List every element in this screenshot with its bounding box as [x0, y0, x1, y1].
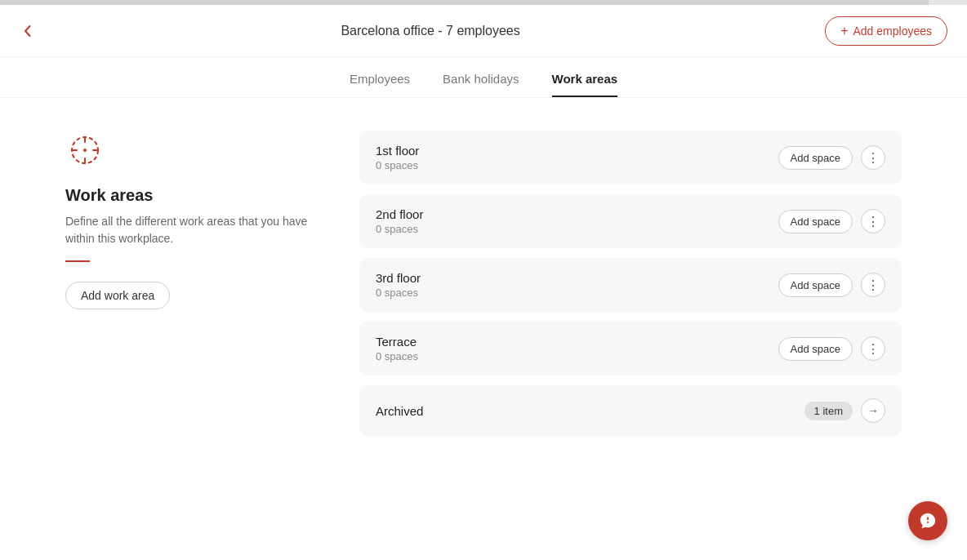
archived-arrow-button[interactable]: →	[861, 398, 885, 423]
right-panel: 1st floor 0 spaces Add space ⋮ 2nd floor…	[359, 131, 902, 527]
chat-support-button[interactable]	[908, 501, 947, 540]
archived-actions: 1 item →	[804, 398, 885, 423]
work-areas-title: Work areas	[65, 186, 310, 205]
area-name-1st-floor: 1st floor	[376, 144, 419, 158]
tab-bank-holidays[interactable]: Bank holidays	[443, 72, 519, 97]
area-name-2nd-floor: 2nd floor	[376, 207, 423, 221]
add-space-button-1st-floor[interactable]: Add space	[778, 146, 853, 170]
work-area-actions-2nd-floor: Add space ⋮	[778, 209, 885, 233]
more-icon-2nd-floor: ⋮	[867, 214, 880, 229]
area-spaces-1st-floor: 0 spaces	[376, 159, 419, 171]
header-title: Barcelona office - 7 employees	[341, 24, 519, 38]
header: Barcelona office - 7 employees + Add emp…	[0, 5, 967, 57]
add-space-button-terrace[interactable]: Add space	[778, 337, 853, 361]
tab-employees[interactable]: Employees	[350, 72, 410, 97]
more-options-button-terrace[interactable]: ⋮	[861, 336, 885, 361]
area-spaces-3rd-floor: 0 spaces	[376, 287, 421, 299]
area-name-3rd-floor: 3rd floor	[376, 271, 421, 285]
work-area-info-2nd-floor: 2nd floor 0 spaces	[376, 207, 423, 235]
add-space-button-2nd-floor[interactable]: Add space	[778, 210, 853, 233]
work-areas-icon	[65, 131, 310, 173]
add-employees-plus-icon: +	[840, 24, 848, 38]
work-area-actions-terrace: Add space ⋮	[778, 336, 885, 361]
more-icon-3rd-floor: ⋮	[867, 278, 880, 293]
tabs-bar: Employees Bank holidays Work areas	[0, 57, 967, 98]
work-area-card-3rd-floor: 3rd floor 0 spaces Add space ⋮	[359, 258, 902, 312]
left-panel: Work areas Define all the different work…	[65, 131, 310, 527]
work-area-card-terrace: Terrace 0 spaces Add space ⋮	[359, 322, 902, 376]
area-name-terrace: Terrace	[376, 335, 418, 349]
work-area-card-2nd-floor: 2nd floor 0 spaces Add space ⋮	[359, 194, 902, 248]
more-icon-1st-floor: ⋮	[867, 150, 880, 166]
archived-card: Archived 1 item →	[359, 385, 902, 436]
progress-fill	[0, 0, 929, 5]
work-area-info-3rd-floor: 3rd floor 0 spaces	[376, 271, 421, 299]
top-progress-bar	[0, 0, 967, 5]
archived-label: Archived	[376, 404, 423, 418]
archived-badge: 1 item	[804, 402, 853, 420]
tab-work-areas[interactable]: Work areas	[552, 72, 618, 97]
work-area-card-1st-floor: 1st floor 0 spaces Add space ⋮	[359, 131, 902, 184]
add-employees-label: Add employees	[853, 24, 932, 38]
back-button[interactable]	[20, 23, 36, 39]
more-options-button-1st-floor[interactable]: ⋮	[861, 145, 885, 170]
more-options-button-3rd-floor[interactable]: ⋮	[861, 273, 885, 297]
svg-point-5	[83, 149, 87, 152]
arrow-right-icon: →	[867, 404, 879, 417]
work-area-info-terrace: Terrace 0 spaces	[376, 335, 418, 362]
more-icon-terrace: ⋮	[867, 341, 880, 357]
add-employees-button[interactable]: + Add employees	[825, 16, 947, 46]
add-space-button-3rd-floor[interactable]: Add space	[778, 273, 853, 297]
work-areas-description: Define all the different work areas that…	[65, 213, 310, 247]
work-area-info-1st-floor: 1st floor 0 spaces	[376, 144, 419, 171]
area-spaces-2nd-floor: 0 spaces	[376, 223, 423, 235]
work-area-actions-1st-floor: Add space ⋮	[778, 145, 885, 170]
work-area-actions-3rd-floor: Add space ⋮	[778, 273, 885, 297]
area-spaces-terrace: 0 spaces	[376, 350, 418, 362]
more-options-button-2nd-floor[interactable]: ⋮	[861, 209, 885, 233]
main-content: Work areas Define all the different work…	[0, 98, 967, 560]
red-divider	[65, 260, 90, 262]
add-work-area-button[interactable]: Add work area	[65, 282, 170, 309]
